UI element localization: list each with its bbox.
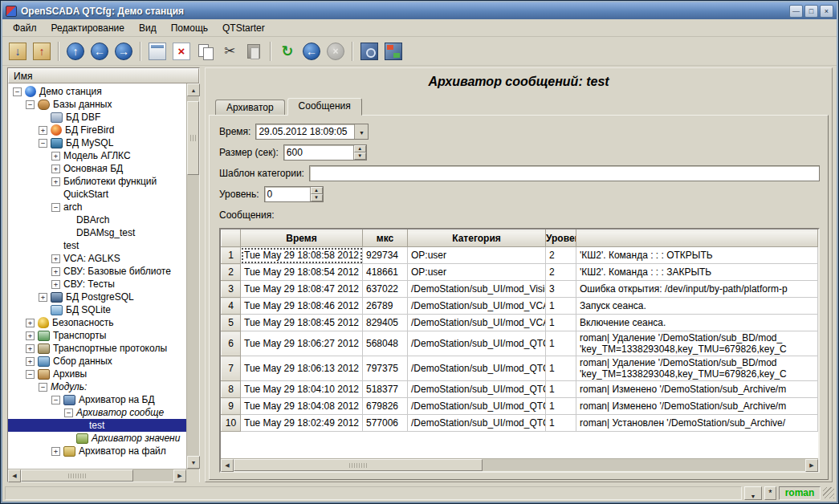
tree-item-protocols[interactable]: +Транспортные протоколы [8,342,186,355]
refresh-button[interactable]: ↻ [275,39,299,63]
tree-expander-icon[interactable]: − [51,203,60,212]
time-cell[interactable]: Tue May 29 18:08:58 2012 [241,247,363,264]
tree-item-svu-base-libs[interactable]: +СВУ: Базовые библиоте [8,265,186,278]
save-button[interactable]: ↑ [30,39,54,63]
column-header-time[interactable]: Время [241,230,363,247]
tree-expander-icon[interactable]: + [51,152,60,161]
menu-qtstarter[interactable]: QTStarter [215,20,272,36]
time-dropdown-button[interactable] [354,124,368,139]
time-cell[interactable]: Tue May 29 18:08:47 2012 [241,281,363,298]
column-header-level[interactable]: Уровень [546,230,576,247]
level-cell[interactable]: 1 [546,356,576,381]
tree-vertical-scrollbar[interactable] [186,83,199,469]
spin-up-button[interactable] [311,187,323,194]
tree-expander-icon[interactable]: − [13,87,22,96]
mks-cell[interactable]: 637022 [363,281,408,298]
mks-cell[interactable]: 518377 [363,381,408,398]
level-cell[interactable]: 2 [546,247,576,264]
tree-expander-icon[interactable]: + [26,319,35,327]
scroll-thumb[interactable] [21,469,133,482]
row-number-cell[interactable]: 9 [222,398,241,415]
mks-cell[interactable]: 829405 [363,315,408,331]
tree-expander-icon[interactable]: − [26,370,35,379]
message-cell[interactable]: 'КШ2'. Команда : : : ОТКРЫТЬ [576,247,818,264]
paste-button[interactable] [242,39,266,63]
category-cell[interactable]: /DemoStation/sub_UI/mod_VCAE... [408,298,546,315]
category-cell[interactable]: /DemoStation/sub_UI/mod_QTCfg/ [408,398,546,415]
category-template-input[interactable] [310,166,819,181]
menu-help[interactable]: Помощь [164,20,215,36]
spin-up-button[interactable] [354,145,366,152]
up-button[interactable]: ↑ [63,39,88,63]
category-cell[interactable]: /DemoStation/sub_UI/mod_QTCfg/ [408,415,546,432]
time-cell[interactable]: Tue May 29 18:04:10 2012 [241,381,363,398]
tree-item-dbarch[interactable]: DBArch [8,213,186,226]
size-input[interactable] [284,145,353,160]
menu-file[interactable]: Файл [6,20,44,36]
tree-item-transports[interactable]: +Транспорты [8,329,186,342]
row-number-cell[interactable]: 4 [222,298,241,315]
tree-expander-icon[interactable]: + [51,447,60,456]
tree-expander-icon[interactable]: + [51,165,60,173]
tree-item-func-libs[interactable]: +Библиотеки функций [8,175,186,188]
time-cell[interactable]: Tue May 29 18:06:13 2012 [241,356,363,381]
tree-expander-icon[interactable]: − [51,396,60,404]
qtstarter-vision-button[interactable] [381,39,405,63]
status-modified-indicator[interactable]: * [764,486,776,500]
tree-expander-icon[interactable]: + [51,267,60,276]
time-cell[interactable]: Tue May 29 18:02:49 2012 [241,415,363,432]
column-header-category[interactable]: Категория [408,230,546,247]
category-cell[interactable]: /DemoStation/sub_UI/mod_QTCfg/ [408,356,546,381]
scroll-up-button[interactable] [187,83,200,96]
delete-button[interactable]: × [169,39,193,63]
size-spinbox[interactable] [283,144,367,161]
row-number-cell[interactable]: 3 [222,281,241,298]
tree-expander-icon[interactable]: + [26,344,35,353]
back-button[interactable]: ← [88,39,112,63]
tree-item-module[interactable]: −Модуль: [8,380,186,393]
category-template-field[interactable] [309,165,820,181]
tab-archiver[interactable]: Архиватор [215,100,285,115]
level-cell[interactable]: 1 [546,315,576,331]
row-number-cell[interactable]: 1 [222,247,241,264]
tree-item-dbamsg-test[interactable]: DBAMsg_test [8,226,186,239]
level-cell[interactable]: 1 [546,298,576,315]
tree-expander-icon[interactable]: − [39,383,47,392]
tree-expander-icon[interactable]: + [39,293,47,302]
tree-expander-icon[interactable]: + [26,357,35,366]
qtstarter-config-button[interactable] [357,39,381,63]
scroll-right-button[interactable] [805,459,818,472]
tree-item-security[interactable]: +Безопасность [8,316,186,329]
tree-item-databases[interactable]: −Базы данных [8,98,186,111]
tree-expander-icon[interactable]: + [26,331,35,340]
tree-item-vca-aglks[interactable]: +VCA: AGLKS [8,252,186,265]
row-number-cell[interactable]: 7 [222,356,241,381]
title-bar[interactable]: OpenSCADA QTCfg: Демо станция —□× [2,2,837,19]
status-combo[interactable] [744,486,762,500]
tree-expander-icon[interactable]: + [39,126,47,135]
tree-item-main-db[interactable]: +Основная БД [8,162,186,175]
scroll-thumb[interactable] [187,101,199,175]
column-header-row-num[interactable] [222,230,241,247]
minimize-button[interactable]: — [789,5,803,18]
scroll-track[interactable] [187,96,199,456]
time-cell[interactable]: Tue May 29 18:08:54 2012 [241,264,363,281]
category-cell[interactable]: /DemoStation/sub_UI/mod_Vision/ [408,281,546,298]
message-cell[interactable]: Ошибка открытия: /dev/input/by-path/plat… [576,281,818,298]
tree-expander-icon[interactable]: + [51,177,60,186]
tree-item-model-aglks[interactable]: +Модель АГЛКС [8,149,186,162]
message-cell[interactable]: roman| Изменено '/DemoStation/sub_Archiv… [576,381,818,398]
scroll-down-button[interactable] [187,456,200,469]
tree-item-arch-db[interactable]: −Архиватор на БД [8,393,186,406]
level-cell[interactable]: 1 [546,381,576,398]
scroll-left-button[interactable] [8,469,21,482]
tree-item-arch-msg[interactable]: −Архиватор сообще [8,406,186,419]
close-button[interactable]: × [820,5,833,18]
tree-item-archives[interactable]: −Архивы [8,368,186,380]
time-cell[interactable]: Tue May 29 18:08:46 2012 [241,298,363,315]
message-cell[interactable]: roman| Установлен '/DemoStation/sub_Arch… [576,415,818,432]
mks-cell[interactable]: 929734 [363,247,408,264]
menu-view[interactable]: Вид [132,20,164,36]
tree-item-db-postgresql[interactable]: +БД PostgreSQL [8,291,186,303]
tab-messages[interactable]: Сообщения [287,98,362,116]
